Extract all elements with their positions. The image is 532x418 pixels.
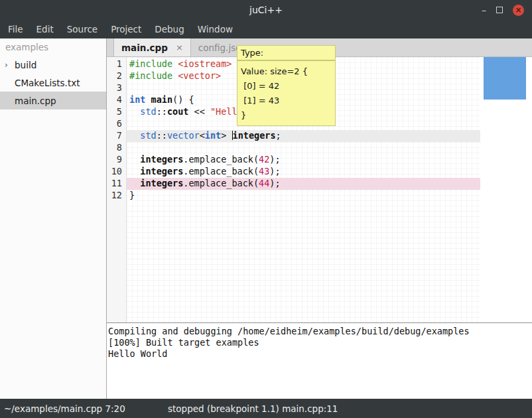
jucipp-window: juCi++ – × FileEditSourceProjectDebugWin… bbox=[0, 0, 532, 418]
project-name-label: examples bbox=[0, 38, 106, 56]
tooltip-value-line: Value: size=2 { bbox=[241, 64, 332, 79]
file-label: main.cpp bbox=[15, 96, 56, 106]
file-label: build bbox=[15, 60, 36, 70]
code-token bbox=[129, 178, 140, 188]
menu-file[interactable]: File bbox=[1, 21, 30, 38]
code-token bbox=[145, 94, 151, 105]
editor-line-10[interactable]: integers.emplace_back(43); bbox=[127, 166, 480, 178]
code-token: integers bbox=[140, 178, 183, 188]
line-number: 2 bbox=[107, 70, 126, 82]
file-tree: ›buildCMakeLists.txtmain.cpp bbox=[0, 56, 106, 109]
code-token: std bbox=[140, 106, 156, 117]
file-explorer: examples ›buildCMakeLists.txtmain.cpp bbox=[0, 38, 107, 399]
file-label: CMakeLists.txt bbox=[15, 78, 80, 88]
code-token: cout bbox=[167, 106, 189, 117]
code-token: integers bbox=[140, 166, 183, 176]
close-button[interactable]: × bbox=[513, 5, 524, 16]
code-token: .emplace_back( bbox=[183, 154, 259, 165]
code-token: integers bbox=[233, 130, 276, 141]
maximize-button[interactable] bbox=[496, 7, 503, 13]
menu-window[interactable]: Window bbox=[191, 21, 239, 38]
scrollbar-thumb[interactable] bbox=[484, 57, 526, 100]
code-token bbox=[129, 130, 140, 141]
line-number: 6 bbox=[107, 118, 126, 130]
debug-value-tooltip: Value: size=2 { [0] = 42 [1] = 43} bbox=[237, 60, 336, 126]
line-number: 9 bbox=[107, 154, 126, 166]
code-token bbox=[129, 154, 140, 165]
code-token bbox=[172, 58, 178, 69]
line-number: 10 bbox=[107, 166, 126, 178]
code-token: vector bbox=[167, 130, 200, 141]
editor-line-11[interactable]: integers.emplace_back(44); bbox=[127, 178, 480, 190]
code-token: << bbox=[188, 106, 210, 117]
line-number: 7 bbox=[107, 130, 126, 142]
scrollbar-track[interactable] bbox=[480, 57, 532, 322]
code-token bbox=[172, 70, 178, 81]
editor-line-9[interactable]: integers.emplace_back(42); bbox=[127, 154, 480, 166]
menu-edit[interactable]: Edit bbox=[30, 21, 60, 38]
type-tooltip: Type: std::vector<int> bbox=[237, 45, 336, 60]
code-token: .emplace_back( bbox=[183, 166, 259, 176]
code-token: :: bbox=[157, 106, 167, 117]
code-token: std bbox=[140, 130, 156, 141]
code-token: integers bbox=[140, 154, 183, 165]
code-token: .emplace_back( bbox=[183, 178, 259, 188]
line-number: 3 bbox=[107, 82, 126, 94]
code-token: 43 bbox=[259, 166, 269, 176]
code-token: 42 bbox=[259, 154, 269, 165]
terminal-line: Hello World bbox=[108, 348, 531, 360]
menu-project[interactable]: Project bbox=[104, 21, 148, 38]
tab-label: main.cpp bbox=[121, 42, 168, 53]
tooltip-value-line: } bbox=[241, 108, 332, 123]
code-token: > bbox=[221, 130, 232, 141]
tooltip-value-line: [0] = 42 bbox=[241, 79, 332, 94]
sidebar-item-cmakelists-txt[interactable]: CMakeLists.txt bbox=[0, 74, 106, 92]
sidebar-item-build[interactable]: ›build bbox=[0, 56, 106, 74]
code-token: #include bbox=[129, 70, 172, 81]
code-token: <vector> bbox=[178, 70, 221, 81]
line-number: 1 bbox=[107, 58, 126, 70]
editor-line-12[interactable]: } bbox=[127, 190, 480, 202]
status-file-position: ~/examples/main.cpp 7:20 bbox=[0, 403, 125, 414]
terminal-line: [100%] Built target examples bbox=[108, 337, 531, 348]
status-debug-state: stopped (breakpoint 1.1) main.cpp:11 bbox=[168, 403, 338, 414]
editor-line-7[interactable]: std::vector<int> integers; bbox=[127, 130, 480, 142]
titlebar[interactable]: juCi++ – × bbox=[0, 0, 532, 20]
sidebar-item-main-cpp[interactable]: main.cpp bbox=[0, 92, 106, 109]
code-token: :: bbox=[157, 130, 167, 141]
output-terminal[interactable]: Compiling and debugging /home/eidheim/ex… bbox=[107, 322, 532, 399]
code-token: ); bbox=[269, 166, 280, 176]
code-token: <iostream> bbox=[178, 58, 232, 69]
code-token bbox=[129, 166, 140, 176]
code-token: main bbox=[151, 94, 173, 105]
code-token: ); bbox=[269, 178, 280, 188]
line-number: 4 bbox=[107, 94, 126, 106]
line-number: 11 bbox=[107, 178, 126, 190]
code-token: int bbox=[205, 130, 221, 141]
tooltip-value-line: [1] = 43 bbox=[241, 94, 332, 108]
code-token: } bbox=[129, 190, 135, 200]
window-controls: – × bbox=[482, 5, 532, 16]
editor-line-8[interactable] bbox=[127, 142, 480, 154]
menu-source[interactable]: Source bbox=[60, 21, 104, 38]
window-title: juCi++ bbox=[0, 5, 532, 15]
menu-bar: FileEditSourceProjectDebugWindow bbox=[0, 20, 532, 38]
line-number-gutter: 123456789101112 bbox=[107, 57, 127, 322]
menu-debug[interactable]: Debug bbox=[148, 21, 190, 38]
code-token: 44 bbox=[259, 178, 269, 188]
status-bar: ~/examples/main.cpp 7:20 stopped (breakp… bbox=[0, 399, 532, 418]
tab-close-icon[interactable]: × bbox=[176, 42, 183, 52]
code-token: < bbox=[200, 130, 205, 141]
code-token: ); bbox=[269, 154, 280, 165]
line-number: 12 bbox=[107, 190, 126, 202]
code-token: ; bbox=[276, 130, 281, 141]
expander-arrow-icon[interactable]: › bbox=[5, 60, 15, 70]
terminal-line: Compiling and debugging /home/eidheim/ex… bbox=[108, 326, 531, 337]
tab-main-cpp[interactable]: main.cpp× bbox=[113, 38, 191, 56]
code-token: #include bbox=[129, 58, 172, 69]
minimize-button[interactable]: – bbox=[482, 7, 486, 13]
line-number: 8 bbox=[107, 142, 126, 154]
code-token: () { bbox=[172, 94, 194, 105]
code-token bbox=[129, 106, 140, 117]
code-token: int bbox=[129, 94, 145, 105]
